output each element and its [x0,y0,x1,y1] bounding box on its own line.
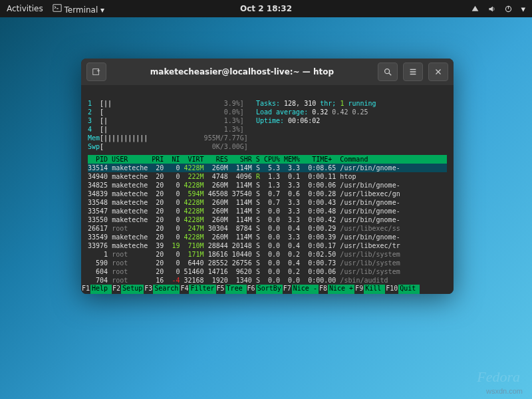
fedora-watermark: Fedora [477,368,520,386]
svg-point-4 [385,69,390,74]
svg-line-5 [389,73,392,76]
close-icon [434,67,443,76]
chevron-down-icon[interactable]: ▾ [521,4,525,14]
new-tab-icon [92,67,101,76]
fkey-search[interactable]: F3Search [144,285,180,294]
search-button[interactable] [378,63,398,81]
htop-meters: 1 [|| 3.9%] Tasks: 128, 310 thr; 1 runni… [88,90,447,151]
fkey-tree[interactable]: F5Tree [216,285,247,294]
power-icon[interactable] [504,5,513,13]
app-menu[interactable]: Terminal ▾ [53,3,104,15]
svg-rect-0 [53,4,61,11]
process-row[interactable]: 33976 maketeche 39 19 710M 28844 20148 S… [88,241,447,250]
process-row[interactable]: 33550 maketeche 20 0 4228M 260M 114M S 0… [88,215,447,224]
menu-button[interactable] [403,63,423,81]
fkey-filter[interactable]: F4Filter [180,285,215,294]
fkey-quit[interactable]: F10Quit [385,285,420,294]
process-row[interactable]: 590 root 20 0 6440 28552 26756 S 0.0 0.4… [88,259,447,267]
gnome-topbar: Activities Terminal ▾ Oct 2 18:32 ▾ [0,0,532,17]
process-row[interactable]: 26617 root 20 0 247M 30304 8784 S 0.0 0.… [88,224,447,233]
fkey-nice[interactable]: F8Nice + [319,285,354,294]
source-watermark: wsxdn.com [486,387,523,395]
fkey-sortby[interactable]: F6SortBy [247,285,283,294]
clock[interactable]: Oct 2 18:32 [240,4,292,13]
window-titlebar[interactable]: maketecheasier@localhost-live:~ — htop [81,59,454,85]
terminal-window: maketecheasier@localhost-live:~ — htop 1… [81,59,454,294]
process-list[interactable]: 33514 maketeche 20 0 4228M 260M 114M S 5… [88,164,447,285]
process-row[interactable]: 34839 maketeche 20 0 594M 46508 37540 S … [88,190,447,198]
process-row[interactable]: 604 root 20 0 51460 14716 9620 S 0.0 0.2… [88,267,447,276]
process-row[interactable]: 33548 maketeche 20 0 4228M 260M 114M S 0… [88,198,447,207]
process-row[interactable]: 34940 maketeche 20 0 222M 4748 4096 R 1.… [88,172,447,181]
hamburger-icon [408,67,418,76]
close-button[interactable] [428,63,448,81]
search-icon [383,67,392,76]
volume-icon[interactable] [487,5,496,13]
activities-button[interactable]: Activities [7,4,43,13]
terminal-icon [53,3,62,13]
process-row[interactable]: 33547 maketeche 20 0 4228M 260M 114M S 0… [88,207,447,215]
app-menu-label: Terminal [65,5,98,15]
process-row[interactable]: 1 root 20 0 171M 18616 10440 S 0.0 0.2 0… [88,250,447,259]
fkey-nice[interactable]: F7Nice - [283,285,319,294]
fkey-setup[interactable]: F2Setup [112,285,144,294]
network-icon[interactable] [471,5,479,13]
new-tab-button[interactable] [86,63,106,81]
window-title: maketecheasier@localhost-live:~ — htop [112,67,372,76]
process-row[interactable]: 33514 maketeche 20 0 4228M 260M 114M S 5… [88,164,447,172]
process-row[interactable]: 33549 maketeche 20 0 4228M 260M 114M S 0… [88,233,447,241]
htop-header[interactable]: PID USER PRI NI VIRT RES SHR S CPU% MEM%… [88,155,447,164]
process-row[interactable]: 34825 maketeche 20 0 4228M 260M 114M S 1… [88,181,447,190]
svg-rect-3 [93,69,99,75]
fkey-help[interactable]: F1Help [81,285,112,294]
htop-function-keys: F1HelpF2SetupF3SearchF4FilterF5TreeF6Sor… [81,285,454,294]
terminal-content[interactable]: 1 [|| 3.9%] Tasks: 128, 310 thr; 1 runni… [81,85,454,285]
process-row[interactable]: 704 root 16 -4 32168 1920 1340 S 0.0 0.0… [88,276,447,285]
fkey-kill[interactable]: F9Kill [354,285,385,294]
